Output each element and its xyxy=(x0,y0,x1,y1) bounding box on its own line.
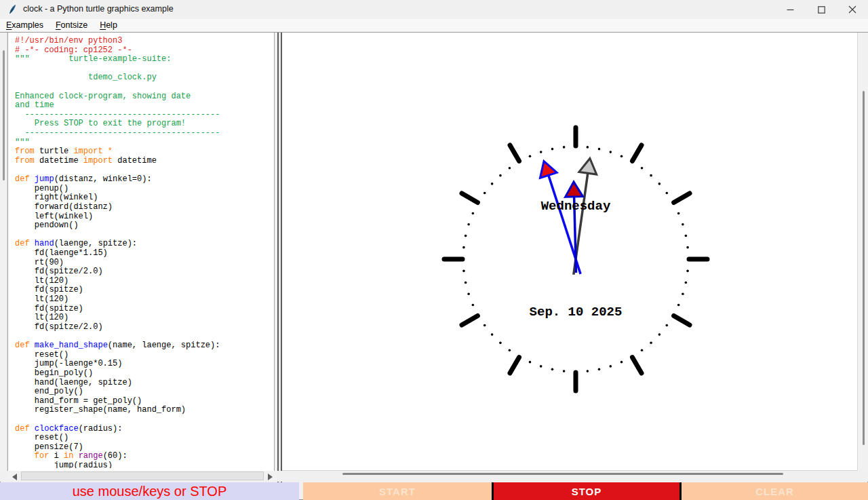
code-line: and time xyxy=(15,101,274,111)
scrollbar-thumb[interactable] xyxy=(21,472,264,480)
scrollbar-thumb[interactable] xyxy=(863,91,865,445)
code-line: end_poly() xyxy=(15,387,274,397)
clock-day-text: Wednesday xyxy=(541,199,611,214)
code-line: hand_form = get_poly() xyxy=(15,397,274,406)
status-message: use mouse/keys or STOP xyxy=(0,482,299,500)
code-line: penup() xyxy=(15,185,274,194)
code-line: jump(-laenge*0.15) xyxy=(15,360,274,369)
menu-examples[interactable]: Examples xyxy=(0,20,50,31)
code-line xyxy=(15,64,274,74)
start-button[interactable]: START xyxy=(303,482,492,500)
code-line: def hand(laenge, spitze): xyxy=(15,239,274,249)
code-line: lt(120) xyxy=(15,277,274,286)
code-line: jump(radius) xyxy=(15,461,274,468)
scrollbar-thumb[interactable] xyxy=(3,50,5,180)
code-horizontal-scrollbar[interactable] xyxy=(7,471,277,482)
code-line xyxy=(15,166,274,176)
code-line xyxy=(15,83,274,92)
stop-button[interactable]: STOP xyxy=(492,482,682,500)
code-line: begin_poly() xyxy=(15,369,274,379)
code-line: from turtle import * xyxy=(15,147,274,157)
scroll-right-arrow-icon[interactable] xyxy=(268,474,273,480)
scrollbar-row xyxy=(0,471,868,482)
code-line: reset() xyxy=(15,434,274,443)
pane-sash[interactable] xyxy=(277,33,282,482)
code-line: #!/usr/bin/env python3 xyxy=(15,37,274,46)
code-line: for i in range(60): xyxy=(15,452,274,461)
main-area: #!/usr/bin/env python3# -*- coding: cp12… xyxy=(0,32,868,471)
menu-help[interactable]: Help xyxy=(94,20,123,31)
code-line: ---------------------------------------- xyxy=(15,129,274,138)
code-line: fd(laenge*1.15) xyxy=(15,249,274,258)
code-line: lt(120) xyxy=(15,313,274,323)
code-line: rt(90) xyxy=(15,258,274,268)
clock-hands xyxy=(540,158,596,274)
code-line: pendown() xyxy=(15,221,274,231)
code-line xyxy=(15,231,274,240)
code-line: fd(spitze) xyxy=(15,286,274,295)
python-feather-icon xyxy=(7,4,18,15)
code-line: left(winkel) xyxy=(15,212,274,222)
code-line: hand(laenge, spitze) xyxy=(15,379,274,388)
scroll-left-arrow-icon[interactable] xyxy=(12,474,17,480)
window-title: clock - a Python turtle graphics example xyxy=(23,4,174,14)
code-line: forward(distanz) xyxy=(15,203,274,212)
scrollbar-corner xyxy=(857,471,868,482)
menu-fontsize[interactable]: Fontsize xyxy=(50,20,94,31)
code-line: fd(spitze) xyxy=(15,305,274,314)
turtledemo-window: clock - a Python turtle graphics example… xyxy=(0,0,868,500)
canvas-horizontal-scrollbar[interactable] xyxy=(282,471,857,482)
scrollbar-thumb[interactable] xyxy=(342,473,783,475)
code-line: def jump(distanz, winkel=0): xyxy=(15,175,274,185)
code-line xyxy=(15,415,274,425)
code-editor-pane[interactable]: #!/usr/bin/env python3# -*- coding: cp12… xyxy=(7,33,275,471)
minimize-button[interactable] xyxy=(774,0,806,19)
code-line: fd(spitze/2.0) xyxy=(15,323,274,332)
close-icon[interactable] xyxy=(837,0,868,19)
code-line: pensize(7) xyxy=(15,443,274,453)
code-line: tdemo_clock.py xyxy=(15,73,274,83)
code-line: right(winkel) xyxy=(15,193,274,203)
code-line: """ turtle-example-suite: xyxy=(15,55,274,64)
code-line: from datetime import datetime xyxy=(15,157,274,166)
code-line: def make_hand_shape(name, laenge, spitze… xyxy=(15,341,274,351)
code-line: lt(120) xyxy=(15,295,274,305)
code-line: # -*- coding: cp1252 -*- xyxy=(15,46,274,56)
clear-button[interactable]: CLEAR xyxy=(682,482,868,500)
code-vertical-scrollbar[interactable] xyxy=(0,33,7,471)
code-line: def clockface(radius): xyxy=(15,425,274,434)
turtle-canvas[interactable]: Wednesday Sep. 10 2025 xyxy=(282,33,857,471)
maximize-button[interactable] xyxy=(806,0,837,19)
status-bar: use mouse/keys or STOP START STOP CLEAR xyxy=(0,482,868,500)
code-line xyxy=(15,332,274,342)
menu-bar: Examples Fontsize Help xyxy=(0,19,868,32)
code-line: """ xyxy=(15,138,274,148)
code-line: ---------------------------------------- xyxy=(15,111,274,120)
code-line: register_shape(name, hand_form) xyxy=(15,406,274,415)
code-line: reset() xyxy=(15,351,274,360)
second-hand xyxy=(574,158,597,274)
code-line: Press STOP to exit the program! xyxy=(15,119,274,129)
title-bar: clock - a Python turtle graphics example xyxy=(0,0,868,19)
canvas-vertical-scrollbar[interactable] xyxy=(857,33,868,471)
code-text[interactable]: #!/usr/bin/env python3# -*- coding: cp12… xyxy=(8,33,274,468)
code-line: Enhanced clock-program, showing date xyxy=(15,92,274,102)
code-line: fd(spitze/2.0) xyxy=(15,267,274,277)
clock-date-text: Sep. 10 2025 xyxy=(530,305,623,320)
